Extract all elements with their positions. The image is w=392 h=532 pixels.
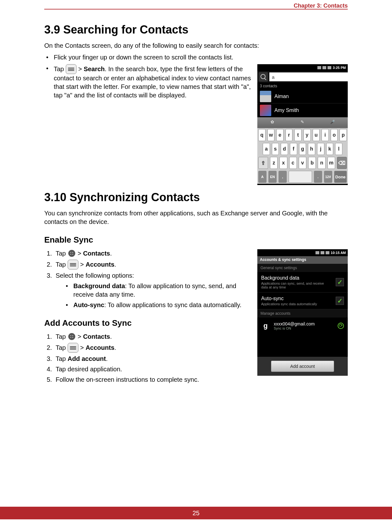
key-j[interactable]: j [317,143,324,155]
key-l[interactable]: l [335,143,342,155]
add-account-button[interactable]: Add account [271,361,334,372]
screen-title: Accounts & sync settings [257,256,348,264]
arrow-text: > [78,65,83,72]
key-o[interactable]: o [331,129,338,141]
contact-avatar [260,91,271,102]
key-ime[interactable]: A [258,171,266,183]
text: : To allow applications to sync data aut… [104,301,242,308]
key-k[interactable]: k [326,143,334,155]
key-i[interactable]: i [322,129,329,141]
battery-icon [328,66,331,69]
text: Tap [56,333,68,340]
contact-item[interactable]: Aiman [257,90,348,103]
key-m[interactable]: m [328,157,335,169]
signal-icon [315,251,319,254]
key-a[interactable]: a [263,143,270,155]
key-d[interactable]: d [281,143,288,155]
gear-icon[interactable]: ✿ [269,120,276,126]
add-step-1: Tap > Contacts. [54,332,252,341]
button-bar: Add account [257,357,348,376]
checkbox-checked-icon[interactable] [336,297,344,305]
enable-step-1: Tap > Contacts. [54,249,252,258]
mic-icon[interactable]: 🎤 [329,120,336,126]
google-icon: g [261,321,270,330]
search-icon[interactable] [259,72,268,82]
add-step-3: Tap Add account. [54,355,252,363]
input-mode-row: ✿ ✎ 🎤 [257,117,348,128]
account-item[interactable]: g xxxx004@gmail.com Sync is ON [257,318,348,334]
key-y[interactable]: y [303,129,311,141]
checkbox-checked-icon[interactable] [336,278,344,286]
key-e[interactable]: e [276,129,284,141]
key-sym[interactable]: 12# [324,171,332,183]
text: > [77,250,83,257]
key-c[interactable]: c [289,157,297,169]
contact-name: Aiman [274,94,289,99]
bullet-flick: Flick your finger up or down the screen … [44,53,348,62]
key-v[interactable]: v [299,157,306,169]
key-z[interactable]: z [270,157,278,169]
key-u[interactable]: u [313,129,320,141]
search-input[interactable] [269,72,348,81]
status-time: 3:25 PM [333,66,346,70]
text: . [114,344,116,351]
status-time: 10:15 AM [331,251,346,255]
sync-on-icon [338,323,344,329]
setting-background-data[interactable]: Background data Applications can sync, s… [257,272,348,293]
key-space[interactable] [289,171,312,183]
bullet-tap-search: Tap > Search. In the search box, type th… [44,64,252,100]
edit-icon[interactable]: ✎ [299,120,306,126]
key-q[interactable]: q [258,129,266,141]
bg-data-bold: Background data [73,282,125,289]
status-bar: 3:25 PM [257,64,348,71]
accounts-bold: Accounts [86,344,114,351]
section-3-9-intro: On the Contacts screen, do any of the fo… [44,41,348,50]
enable-step-3a: Background data: To allow application to… [65,282,252,299]
add-step-4: Tap desired application. [54,365,252,374]
section-header-general: General sync settings [257,264,348,272]
key-p[interactable]: p [340,129,347,141]
section-3-9-title: 3.9 Searching for Contacts [44,23,348,36]
menu-icon [68,343,78,353]
text: Select the following options: [56,272,134,279]
key-shift[interactable]: ⇧ [258,157,268,169]
key-s[interactable]: s [272,143,279,155]
menu-icon [68,260,78,269]
enable-step-2: Tap > Accounts. [54,260,252,269]
key-n[interactable]: n [318,157,325,169]
add-step-2: Tap > Accounts. [54,343,252,353]
key-done[interactable]: Done [334,171,347,183]
text: Tap [56,344,68,351]
add-account-bold: Add account [68,355,106,362]
account-sync-status: Sync is ON [274,326,315,330]
apps-icon [68,333,75,340]
contacts-search-screenshot: 3:25 PM 3 contacts Aiman Amy Smith ✿ [257,64,348,185]
key-r[interactable]: r [285,129,293,141]
key-w[interactable]: w [267,129,275,141]
setting-title: Auto-sync [261,296,317,301]
key-b[interactable]: b [308,157,316,169]
key-comma[interactable]: , [279,171,287,183]
header-divider [44,9,348,9]
battery-icon [326,251,329,254]
contact-item[interactable]: Amy Smith [257,103,348,117]
setting-desc: Applications sync data automatically [261,302,317,306]
accounts-sync-screenshot: 10:15 AM Accounts & sync settings Genera… [257,249,348,376]
section-3-10-title: 3.10 Synchronizing Contacts [44,191,348,204]
text: > [80,261,85,268]
key-lang[interactable]: EN [268,171,277,183]
key-g[interactable]: g [299,143,306,155]
text: . [114,261,116,268]
apps-icon [68,250,75,257]
key-t[interactable]: t [294,129,302,141]
key-period[interactable]: . [314,171,322,183]
key-backspace[interactable]: ⌫ [337,157,347,169]
key-x[interactable]: x [279,157,287,169]
add-step-5: Follow the on-screen instructions to com… [54,375,252,384]
enable-step-3: Select the following options: Background… [54,271,252,309]
key-f[interactable]: f [290,143,297,155]
key-h[interactable]: h [308,143,315,155]
wifi-icon [321,251,324,254]
signal-icon [317,66,321,69]
setting-auto-sync[interactable]: Auto-sync Applications sync data automat… [257,293,348,309]
